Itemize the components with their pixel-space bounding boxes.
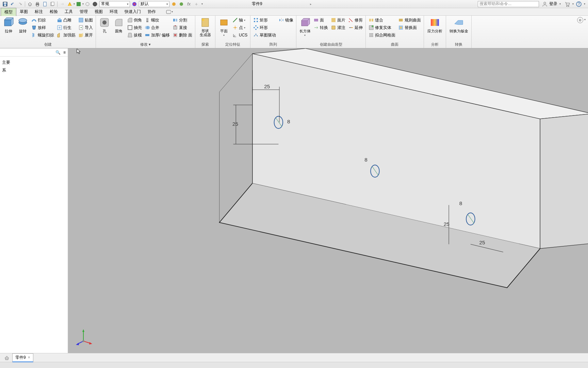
shapegen-button[interactable]: 形状生成器 <box>197 16 214 37</box>
browser-menu-icon[interactable]: ≡ <box>63 50 66 55</box>
svg-point-57 <box>257 35 258 36</box>
hole-button[interactable]: 孔 <box>97 16 112 34</box>
stitch-button[interactable]: 缝合 <box>367 16 397 24</box>
fx-icon[interactable]: fx <box>185 1 192 7</box>
appearance-combo[interactable]: 常规 <box>99 1 130 7</box>
chamfer-button[interactable]: 倒角 <box>126 16 143 24</box>
svg-rect-33 <box>128 26 132 30</box>
fitmesh-button[interactable]: 拟合网格面 <box>367 31 397 39</box>
quick-access-toolbar: ▾ ▾ 常规 默认 fx + ▾ 零件9 ▸ 搜索帮助和命令... 登录 ▾ ▾… <box>0 0 588 8</box>
tab-view[interactable]: 视图 <box>91 8 106 16</box>
panel-convert-title: 转换 <box>447 42 470 47</box>
axis-button[interactable]: 轴▾ <box>231 16 249 24</box>
trim-button[interactable]: 修剪 <box>347 16 364 24</box>
tab-collaborate[interactable]: 协作 <box>144 8 159 16</box>
direct-button[interactable]: 直接 <box>171 24 194 31</box>
home-doctab[interactable] <box>1 354 12 361</box>
visual-style-combo[interactable]: 默认 <box>139 1 169 7</box>
save-icon[interactable] <box>2 1 9 7</box>
replace-button[interactable]: 替换面 <box>397 24 422 31</box>
style2-icon[interactable] <box>178 1 185 7</box>
cart-icon[interactable] <box>564 1 571 7</box>
svg-text:8: 8 <box>459 200 462 206</box>
face-button[interactable]: 面 <box>312 16 329 24</box>
doc-icon[interactable] <box>42 1 48 7</box>
deleteface-button[interactable]: 删除 面 <box>171 31 194 39</box>
color-wheel-icon[interactable] <box>131 1 138 7</box>
svg-point-54 <box>254 27 255 28</box>
import-button[interactable]: 导入 <box>77 24 94 31</box>
tab-manage[interactable]: 管理 <box>76 8 91 16</box>
redo-icon[interactable] <box>17 1 23 7</box>
print-icon[interactable] <box>34 1 41 7</box>
fillet-button[interactable]: 圆角 <box>112 16 126 34</box>
extend-button[interactable]: 延伸 <box>347 24 364 31</box>
search-browser-icon[interactable]: 🔍 <box>55 50 61 55</box>
panel-create: 拉伸 旋转 扫掠 放样 螺旋扫掠 凸雕 衍生 加强筋 贴图 导入 展开 创建 <box>0 16 96 48</box>
help-icon[interactable]: ? <box>575 1 582 7</box>
material-icon[interactable] <box>75 1 82 7</box>
sketch-pattern-button[interactable]: 草图驱动 <box>252 31 277 39</box>
ribbon-expand-icon[interactable]: ⊙ <box>577 17 583 23</box>
browser-item-2[interactable]: 系 <box>2 66 66 74</box>
tab-model[interactable]: 模型 <box>1 8 16 16</box>
plus-icon[interactable]: + <box>193 1 200 7</box>
panel-pattern: 矩形 环形 草图驱动 镜像 阵列 <box>250 16 296 48</box>
mirror-button[interactable]: 镜像 <box>277 16 295 24</box>
patch-button[interactable]: 面片 <box>329 16 347 24</box>
camera-icon[interactable]: ▾ <box>166 9 173 15</box>
tab-sketch[interactable]: 草图 <box>16 8 31 16</box>
axis-triad-icon[interactable] <box>73 326 94 346</box>
rib-button[interactable]: 加强筋 <box>55 31 77 39</box>
svg-point-10 <box>86 2 89 6</box>
repair-button[interactable]: 修复实体 <box>367 24 397 31</box>
point-button[interactable]: 点▾ <box>231 24 249 31</box>
part-doctab[interactable]: 零件9 × <box>12 353 33 362</box>
tab-inspect[interactable]: 检验 <box>46 8 61 16</box>
draft-button[interactable]: 拔模 <box>126 31 143 39</box>
derive-button[interactable]: 衍生 <box>55 24 77 31</box>
doctab-label: 零件9 <box>15 355 26 361</box>
unwrap-button[interactable]: 展开 <box>77 31 94 39</box>
login-button[interactable]: 登录 ▾ <box>542 1 561 7</box>
sheetmetal-button[interactable]: 转换为钣金 <box>447 16 470 34</box>
rect-pattern-button[interactable]: 矩形 <box>252 16 277 24</box>
box-button[interactable]: 长方体▾ <box>298 16 312 37</box>
sweep-button[interactable]: 扫掠 <box>30 16 55 24</box>
circ-pattern-button[interactable]: 环形 <box>252 24 277 31</box>
doc2-icon[interactable] <box>49 1 56 7</box>
plane-button[interactable]: 平面▾ <box>217 16 231 37</box>
coil-button[interactable]: 螺旋扫掠 <box>30 31 55 39</box>
convert-button[interactable]: 转换 <box>312 24 329 31</box>
stress-button[interactable]: 应力分析 <box>425 16 444 34</box>
combine-button[interactable]: 合并 <box>143 24 171 31</box>
extrude-button[interactable]: 拉伸 <box>1 16 16 34</box>
revolve-button[interactable]: 旋转 <box>16 16 30 34</box>
decal-button[interactable]: 贴图 <box>77 16 94 24</box>
panel-work-title: 定位特征 <box>217 42 249 47</box>
tab-getstarted[interactable]: 快速入门 <box>121 8 144 16</box>
thicken-button[interactable]: 加厚/ 偏移 <box>143 31 171 39</box>
loft-button[interactable]: 放样 <box>30 24 55 31</box>
globe-icon[interactable] <box>92 1 98 7</box>
tab-environment[interactable]: 环境 <box>106 8 121 16</box>
tab-tools[interactable]: 工具 <box>61 8 76 16</box>
shell-button[interactable]: 抽壳 <box>126 24 143 31</box>
browser-item-1[interactable]: 主要 <box>2 59 66 66</box>
thread-button[interactable]: 螺纹 <box>143 16 171 24</box>
link-icon[interactable] <box>84 1 91 7</box>
ruled-button[interactable]: 规则曲面 <box>397 16 422 24</box>
home-icon[interactable] <box>27 1 33 7</box>
3d-canvas[interactable]: 25 25 8 8 25 25 8 <box>68 48 588 353</box>
undo-icon[interactable] <box>9 1 16 7</box>
visual-style-value: 默认 <box>141 1 149 7</box>
style1-icon[interactable] <box>170 1 177 7</box>
ucs-button[interactable]: UCS <box>231 31 249 39</box>
tab-annotate[interactable]: 标注 <box>31 8 46 16</box>
highlight-icon[interactable] <box>66 1 73 7</box>
emboss-button[interactable]: 凸雕 <box>55 16 77 24</box>
help-search-input[interactable]: 搜索帮助和命令... <box>478 1 539 7</box>
fillg-button[interactable]: 灌注 <box>329 24 347 31</box>
close-doctab-icon[interactable]: × <box>28 355 30 360</box>
split-button[interactable]: 分割 <box>171 16 194 24</box>
